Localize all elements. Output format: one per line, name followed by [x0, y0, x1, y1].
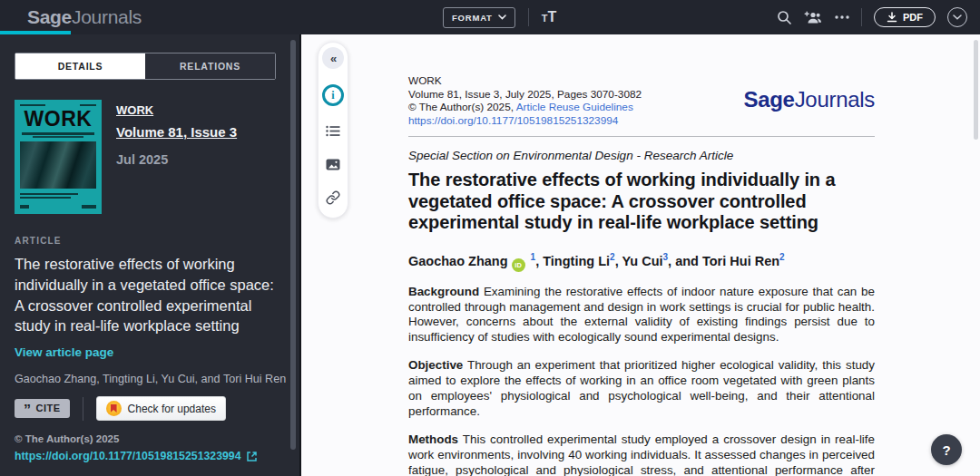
- collapse-header-button[interactable]: [947, 7, 967, 27]
- sidebar-scrollbar[interactable]: [290, 40, 296, 450]
- chevron-down-icon: [498, 15, 506, 20]
- outline-tab-button[interactable]: [322, 121, 344, 140]
- journal-cover[interactable]: WORK: [15, 100, 102, 214]
- copyright-text: © The Author(s) 2025: [15, 433, 276, 444]
- reuse-guidelines-link[interactable]: Article Reuse Guidelines: [516, 101, 633, 113]
- info-tab-button[interactable]: i: [322, 84, 344, 106]
- check-updates-label: Check for updates: [128, 403, 216, 415]
- sidebar-actions: ” CITE Check for updates: [15, 396, 276, 421]
- sage-journals-logo[interactable]: SageJournals: [27, 6, 142, 28]
- article-header: WORK Volume 81, Issue 3, July 2025, Page…: [408, 74, 875, 127]
- add-users-icon[interactable]: [804, 11, 823, 24]
- article-content: WORK Volume 81, Issue 3, July 2025, Page…: [408, 74, 875, 476]
- sage-journals-logo: SageJournals: [744, 87, 876, 112]
- text-size-icon[interactable]: TT: [542, 9, 557, 25]
- sidebar-tabs: DETAILS RELATIONS: [15, 53, 276, 80]
- quote-icon: ”: [24, 407, 32, 414]
- orcid-icon[interactable]: iD: [512, 258, 525, 272]
- doi-link[interactable]: https://doi.org/10.1177/1051981525132399…: [15, 450, 276, 462]
- article-doi-link[interactable]: https://doi.org/10.1177/1051981525132399…: [408, 114, 642, 128]
- abstract-heading: Methods: [408, 432, 458, 446]
- active-tab-indicator: [0, 31, 71, 34]
- logo-journals-text: Journals: [72, 6, 142, 27]
- issue-link[interactable]: Volume 81, Issue 3: [116, 124, 237, 140]
- links-tab-button[interactable]: [322, 189, 344, 207]
- cover-subtitle-bar: [33, 136, 83, 138]
- media-tab-button[interactable]: [322, 155, 344, 173]
- external-link-icon: [247, 452, 257, 461]
- logo-sage-text: Sage: [27, 6, 72, 27]
- author-name[interactable]: Gaochao Zhang: [408, 254, 508, 268]
- view-article-link[interactable]: View article page: [15, 345, 113, 359]
- cover-photo: [20, 141, 96, 189]
- article-title: The restorative effects of working indiv…: [408, 170, 875, 234]
- journal-name: WORK: [408, 74, 642, 88]
- cite-button-label: CITE: [36, 403, 61, 413]
- article-metadata: WORK Volume 81, Issue 3, July 2025, Page…: [408, 74, 642, 127]
- issue-summary: WORK WORK Volume 81, Issue 3 Jul 2025: [15, 100, 276, 214]
- viewer-toolbar: « i: [318, 42, 348, 219]
- details-sidebar: DETAILS RELATIONS WORK WORK: [0, 34, 301, 476]
- section-label: Special Section on Environmental Design …: [408, 149, 875, 162]
- abstract: Background Examining the restorative eff…: [408, 285, 875, 476]
- abstract-paragraph: Objective Through an experiment that pri…: [408, 358, 875, 420]
- abstract-heading: Background: [408, 285, 479, 298]
- format-button[interactable]: FORMAT: [443, 7, 515, 28]
- abstract-heading: Objective: [408, 358, 463, 372]
- topbar-right-tools: PDF: [777, 0, 967, 34]
- abstract-paragraph: Background Examining the restorative eff…: [408, 285, 875, 346]
- help-button[interactable]: ?: [931, 434, 962, 465]
- cover-imprint-bars: [20, 205, 96, 209]
- author-affiliation-sup: 2: [779, 252, 785, 262]
- collapse-panel-button[interactable]: «: [322, 47, 344, 69]
- sidebar-article-title: The restorative effects of working indiv…: [15, 254, 276, 336]
- content-scrollbar[interactable]: [974, 40, 978, 140]
- article-viewer: « i: [303, 34, 980, 476]
- journal-title-link[interactable]: WORK: [116, 103, 237, 117]
- cover-subtitle-bar: [22, 132, 94, 135]
- divider: [83, 397, 83, 421]
- abstract-paragraph: Methods This controlled experimental stu…: [408, 432, 875, 476]
- crossmark-icon: [106, 401, 122, 416]
- format-button-label: FORMAT: [452, 13, 493, 23]
- download-icon: [887, 12, 897, 23]
- cover-footer-bars: [20, 193, 96, 199]
- divider: [408, 136, 875, 137]
- article-label: ARTICLE: [15, 236, 276, 246]
- toolbar-divider: [528, 8, 529, 26]
- issue-date: Jul 2025: [116, 152, 237, 167]
- tab-details[interactable]: DETAILS: [15, 53, 145, 79]
- copyright-line: © The Author(s) 2025, Article Reuse Guid…: [408, 101, 642, 114]
- author-name[interactable]: Tingting Li: [543, 254, 610, 268]
- author-name[interactable]: Yu Cui: [622, 254, 662, 268]
- sage-journals-reader: SageJournals FORMAT TT: [0, 0, 980, 476]
- check-updates-button[interactable]: Check for updates: [96, 396, 226, 421]
- overflow-menu-icon[interactable]: [835, 15, 849, 19]
- doi-link-text: https://doi.org/10.1177/1051981525132399…: [15, 450, 241, 462]
- issue-info: WORK Volume 81, Issue 3 Jul 2025: [116, 100, 237, 214]
- cover-header-bars: [20, 104, 96, 106]
- issue-line: Volume 81, Issue 3, July 2025, Pages 307…: [408, 88, 642, 102]
- download-pdf-button[interactable]: PDF: [874, 7, 936, 27]
- author-name[interactable]: Tori Hui Ren: [702, 254, 779, 268]
- sidebar-authors: Gaochao Zhang, Tingting Li, Yu Cui, and …: [15, 373, 276, 385]
- cite-button[interactable]: ” CITE: [15, 399, 70, 418]
- tab-relations[interactable]: RELATIONS: [145, 53, 275, 79]
- authors-line: Gaochao ZhangiD 1, Tingting Li2, Yu Cui3…: [408, 252, 875, 272]
- topbar: SageJournals FORMAT TT: [0, 0, 980, 34]
- search-icon[interactable]: [777, 10, 792, 25]
- pdf-button-label: PDF: [903, 12, 923, 23]
- author-separator: , and: [668, 254, 702, 268]
- cover-title: WORK: [20, 108, 96, 130]
- topbar-center-tools: FORMAT TT: [443, 0, 556, 34]
- toolbar-divider: [861, 8, 862, 26]
